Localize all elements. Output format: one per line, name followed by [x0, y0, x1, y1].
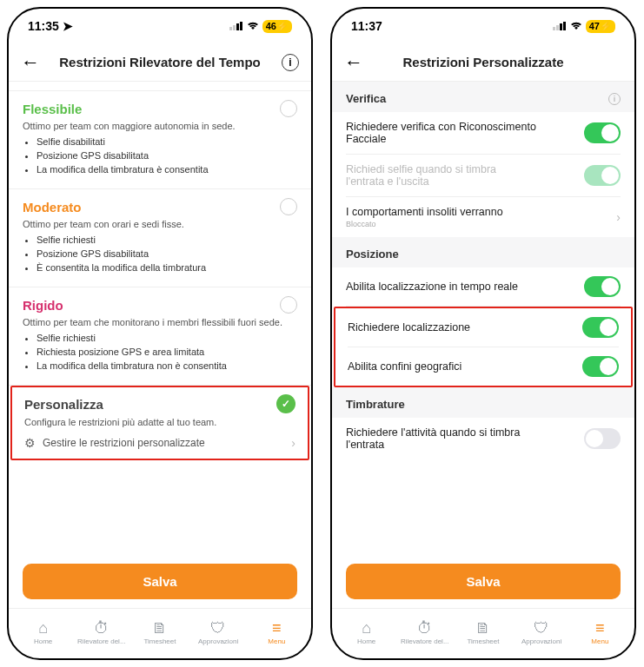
shield-check-icon: 🛡	[534, 620, 549, 636]
tab-label: Rilevatore del...	[401, 637, 449, 645]
row-require-activity: Richiedere l'attività quando si timbra l…	[346, 418, 621, 459]
tab-label: Home	[357, 637, 375, 645]
option-rigido[interactable]: Rigido Ottimo per team che monitorano i …	[23, 287, 297, 385]
tab-label: Home	[34, 637, 52, 645]
status-time: 11:35	[28, 19, 59, 33]
setting-label: I comportamenti insoliti verranno	[346, 206, 503, 218]
tab-label: Approvazioni	[198, 637, 238, 645]
section-title: Verifica	[346, 92, 386, 105]
gear-icon: ⚙	[24, 436, 36, 450]
page-header: ← Restrizioni Personalizzate	[332, 43, 634, 82]
setting-label: Richiedi selfie quando si timbra l'entra…	[346, 163, 537, 188]
tab-label: Menu	[268, 637, 285, 645]
toggle-face-recognition[interactable]	[584, 122, 621, 143]
stopwatch-icon: ⏱	[94, 620, 110, 636]
row-realtime-location: Abilita localizzazione in tempo reale	[346, 267, 621, 306]
toggle-require-location[interactable]	[582, 317, 619, 338]
location-icon: ➤	[63, 19, 73, 33]
toggle-geofence[interactable]	[582, 356, 619, 377]
option-subtitle: Ottimo per team che monitorano i membri …	[23, 317, 297, 327]
bullet: Selfie richiesti	[37, 234, 297, 245]
setting-label: Richiedere verifica con Riconoscimento F…	[346, 121, 537, 145]
option-flessibile[interactable]: Flessibile Ottimo per team con maggiore …	[23, 91, 297, 188]
menu-icon: ≡	[272, 620, 282, 636]
battery-badge: 47⚡	[586, 20, 615, 33]
tab-rilevatore[interactable]: ⏱ Rilevatore del...	[398, 620, 452, 645]
chevron-right-icon: ›	[616, 210, 621, 224]
status-bar: 11:35 ➤ 46⚡	[9, 9, 311, 43]
tab-menu[interactable]: ≡ Menu	[573, 620, 627, 645]
toggle-selfie	[584, 165, 621, 186]
option-subtitle: Ottimo per team con orari e sedi fisse.	[23, 219, 297, 229]
save-button[interactable]: Salva	[23, 564, 297, 599]
section-posizione: Posizione	[346, 237, 621, 267]
svg-rect-1	[233, 25, 236, 30]
tab-menu[interactable]: ≡ Menu	[249, 620, 303, 645]
radio-unselected[interactable]	[280, 100, 297, 117]
section-title: Timbrature	[346, 398, 405, 411]
status-time: 11:37	[351, 19, 382, 33]
toggle-realtime-location[interactable]	[584, 276, 621, 297]
option-title: Flessibile	[23, 102, 82, 116]
row-face-recognition: Richiedere verifica con Riconoscimento F…	[346, 112, 621, 154]
link-label: Gestire le restrizioni personalizzate	[43, 437, 205, 449]
chevron-right-icon: ›	[291, 436, 295, 450]
tab-home[interactable]: ⌂ Home	[17, 620, 70, 645]
toggle-require-activity[interactable]	[584, 428, 621, 449]
section-verifica: Verifica i	[346, 82, 621, 112]
info-icon[interactable]: i	[282, 54, 299, 71]
row-unusual-behavior[interactable]: I comportamenti insoliti verranno Blocca…	[346, 197, 621, 237]
save-button[interactable]: Salva	[346, 564, 621, 599]
tab-rilevatore[interactable]: ⏱ Rilevatore del...	[75, 620, 129, 645]
radio-unselected[interactable]	[280, 198, 297, 215]
tab-bar: ⌂ Home ⏱ Rilevatore del... 🗎 Timesheet 🛡…	[9, 608, 311, 658]
tab-timesheet[interactable]: 🗎 Timesheet	[133, 620, 187, 645]
option-moderato[interactable]: Moderato Ottimo per team con orari e sed…	[23, 189, 297, 287]
tab-approvazioni[interactable]: 🛡 Approvazioni	[191, 620, 245, 645]
highlighted-position-rows: Richiedere localizzazione Abilita confin…	[334, 307, 633, 387]
wifi-icon	[247, 19, 259, 33]
shield-check-icon: 🛡	[210, 620, 226, 636]
option-subtitle: Ottimo per team con maggiore autonomia i…	[23, 121, 297, 131]
page-title: Restrizioni Personalizzate	[402, 55, 563, 69]
bullet: Posizione GPS disabilitata	[37, 150, 297, 161]
back-icon[interactable]: ←	[21, 51, 40, 74]
tab-label: Approvazioni	[521, 637, 561, 645]
tab-timesheet[interactable]: 🗎 Timesheet	[456, 620, 510, 645]
document-icon: 🗎	[152, 620, 168, 636]
signal-icon	[229, 19, 243, 33]
page-title: Restrizioni Rilevatore del Tempo	[59, 55, 260, 69]
content: Verifica i Richiedere verifica con Ricon…	[332, 82, 634, 555]
tab-home[interactable]: ⌂ Home	[340, 620, 394, 645]
wifi-icon	[570, 19, 582, 33]
option-personalizza[interactable]: Personalizza ✓ Configura le restrizioni …	[24, 394, 295, 450]
bullet: Richiesta posizione GPS e area limitata	[37, 347, 297, 357]
tab-label: Menu	[591, 637, 608, 645]
content: Flessibile Ottimo per team con maggiore …	[9, 82, 311, 555]
bullet: La modifica della timbratura è consentit…	[37, 164, 297, 175]
tab-approvazioni[interactable]: 🛡 Approvazioni	[515, 620, 568, 645]
bullet: È consentita la modifica della timbratur…	[37, 262, 297, 273]
row-selfie: Richiedi selfie quando si timbra l'entra…	[346, 155, 621, 196]
bullet: Selfie disabilitati	[37, 136, 297, 147]
bullet: Selfie richiesti	[37, 333, 297, 343]
setting-label: Richiedere localizzazione	[348, 321, 470, 334]
phone-right: 11:37 47⚡ ← Restrizioni Personalizzate V…	[330, 7, 636, 660]
manage-custom-link[interactable]: ⚙ Gestire le restrizioni personalizzate …	[24, 436, 295, 450]
info-icon[interactable]: i	[608, 93, 621, 105]
section-title: Posizione	[346, 248, 399, 261]
tab-label: Timesheet	[143, 637, 176, 645]
row-geofence: Abilita confini geografici	[348, 347, 619, 386]
svg-rect-2	[236, 23, 239, 30]
svg-rect-7	[563, 22, 566, 30]
check-icon: ✓	[276, 394, 295, 413]
back-icon[interactable]: ←	[344, 51, 363, 74]
menu-icon: ≡	[595, 620, 605, 636]
home-icon: ⌂	[362, 620, 371, 636]
radio-unselected[interactable]	[280, 296, 297, 314]
setting-label: Abilita confini geografici	[348, 360, 461, 373]
setting-label: Abilita localizzazione in tempo reale	[346, 281, 518, 293]
home-icon: ⌂	[38, 620, 48, 636]
option-subtitle: Configura le restrizioni più adatte al t…	[24, 417, 295, 427]
svg-rect-3	[240, 22, 242, 30]
